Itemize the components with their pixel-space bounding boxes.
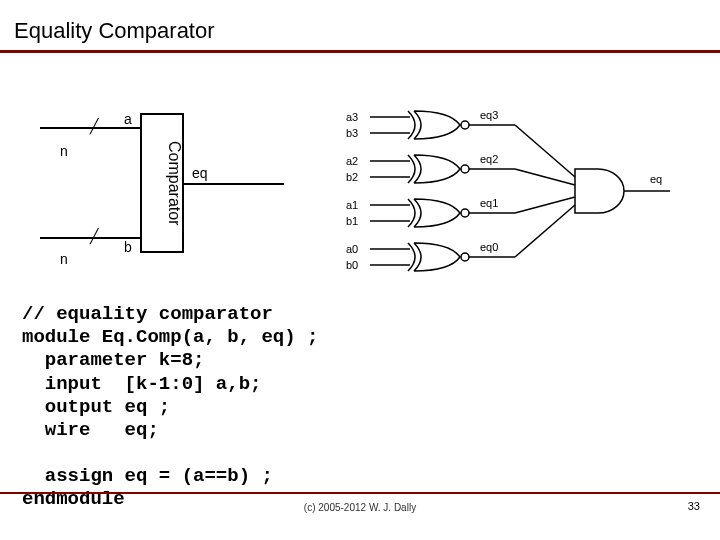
sig-a0: a0 [346, 243, 358, 255]
code-l3: parameter k=8; [22, 349, 204, 371]
sig-eq2: eq2 [480, 153, 498, 165]
copyright-text: (c) 2005-2012 W. J. Dally [0, 502, 720, 513]
sig-eq0: eq0 [480, 241, 498, 253]
svg-point-6 [461, 165, 469, 173]
svg-line-17 [515, 169, 575, 185]
and-gate: eq [575, 169, 670, 213]
sig-b2: b2 [346, 171, 358, 183]
port-label-a: a [124, 111, 132, 127]
port-label-b: b [124, 239, 132, 255]
sig-a2: a2 [346, 155, 358, 167]
code-l4: input [k-1:0] a,b; [22, 373, 261, 395]
svg-line-19 [515, 205, 575, 257]
sig-eq1: eq1 [480, 197, 498, 209]
width-label-b: n [60, 251, 68, 267]
block-diagram: ╱ n a ╱ n b Comparator eq [20, 113, 300, 283]
sig-a1: a1 [346, 199, 358, 211]
code-l1: // equality comparator [22, 303, 273, 325]
xnor-gate-2: a2 b2 eq2 [346, 153, 515, 183]
svg-point-14 [461, 253, 469, 261]
xnor-gate-0: a0 b0 eq0 [346, 241, 515, 271]
code-l2: module Eq.Comp(a, b, eq) ; [22, 326, 318, 348]
xnor-gate-1: a1 b1 eq1 [346, 197, 515, 227]
bus-slash-b: ╱ [90, 229, 104, 243]
header-rule [0, 50, 720, 53]
wire-eq [184, 183, 284, 185]
sig-b0: b0 [346, 259, 358, 271]
bus-slash-a: ╱ [90, 119, 104, 133]
verilog-code: // equality comparator module Eq.Comp(a,… [22, 303, 318, 512]
xnor-gate-3: a3 b3 eq3 [346, 109, 515, 139]
code-l6: wire eq; [22, 419, 159, 441]
code-l5: output eq ; [22, 396, 170, 418]
code-l8: assign eq = (a==b) ; [22, 465, 273, 487]
sig-b1: b1 [346, 215, 358, 227]
svg-point-10 [461, 209, 469, 217]
svg-line-18 [515, 197, 575, 213]
svg-point-2 [461, 121, 469, 129]
page-title: Equality Comparator [0, 0, 720, 50]
sig-b3: b3 [346, 127, 358, 139]
gate-schematic: a3 b3 eq3 a2 b2 eq2 [340, 103, 690, 303]
page-number: 33 [688, 500, 700, 512]
port-label-eq: eq [192, 165, 208, 181]
sig-eq: eq [650, 173, 662, 185]
width-label-a: n [60, 143, 68, 159]
sig-a3: a3 [346, 111, 358, 123]
svg-line-16 [515, 125, 575, 177]
sig-eq3: eq3 [480, 109, 498, 121]
footer-rule [0, 492, 720, 494]
comparator-label: Comparator [143, 117, 183, 249]
